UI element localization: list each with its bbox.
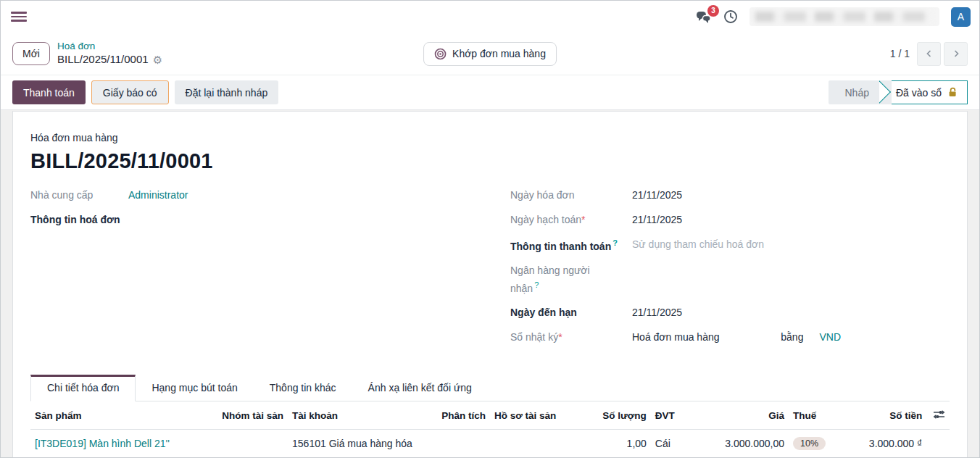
cell-asset-group[interactable] bbox=[209, 430, 288, 457]
activities-button[interactable] bbox=[723, 9, 738, 24]
journal-value[interactable]: Hoá đơn mua hàng bbox=[632, 331, 781, 343]
app-window: 3 A Mới Hoá đơn BILL/2025/11/0001 ⚙ bbox=[0, 0, 980, 458]
invoice-form-sheet: Hóa đơn mua hàng BILL/2025/11/0001 Nhà c… bbox=[12, 111, 968, 457]
field-invoice-date: Ngày hóa đơn 21/11/2025 bbox=[510, 189, 950, 204]
document-title: BILL/2025/11/0001 bbox=[30, 149, 950, 173]
field-accounting-date: Ngày hạch toán* 21/11/2025 bbox=[510, 214, 950, 228]
new-record-button[interactable]: Mới bbox=[12, 42, 50, 65]
field-journal: Sổ nhật ký* Hoá đơn mua hàng bằng VND bbox=[510, 331, 950, 346]
top-navbar: 3 A bbox=[1, 1, 979, 33]
pager-next-button[interactable] bbox=[944, 42, 968, 66]
chevron-left-icon bbox=[924, 49, 934, 59]
form-statusbar: Thanh toán Giấy báo có Đặt lại thành nhá… bbox=[1, 75, 979, 110]
pay-button[interactable]: Thanh toán bbox=[12, 80, 86, 104]
cell-quantity[interactable]: 1,00 bbox=[586, 430, 651, 457]
col-product[interactable]: Sản phẩm bbox=[30, 401, 209, 430]
cell-analytic[interactable] bbox=[425, 430, 490, 457]
lock-open-icon bbox=[947, 87, 958, 98]
due-date-label: Ngày đến hạn bbox=[510, 307, 632, 321]
state-arrow-divider bbox=[879, 80, 892, 104]
accounting-date-label: Ngày hạch toán* bbox=[510, 214, 632, 228]
invoice-line-row[interactable]: [IT3DE019] Màn hình Dell 21'' 156101 Giá… bbox=[30, 430, 950, 457]
cell-uom[interactable]: Cái bbox=[651, 430, 702, 457]
journal-in-word: bằng bbox=[781, 331, 803, 343]
tab-invoice-lines[interactable]: Chi tiết hóa đơn bbox=[30, 375, 136, 401]
field-vendor: Nhà cung cấp Administrator bbox=[30, 189, 468, 204]
bill-info-label: Thông tin hoá đơn bbox=[30, 214, 128, 228]
required-asterisk: * bbox=[581, 214, 585, 225]
control-panel: Mới Hoá đơn BILL/2025/11/0001 ⚙ Khớp đơn… bbox=[1, 33, 979, 75]
invoice-date-label: Ngày hóa đơn bbox=[510, 189, 632, 204]
field-grid: Nhà cung cấp Administrator Thông tin hoá… bbox=[30, 189, 950, 356]
cell-tax[interactable]: 10% bbox=[789, 430, 848, 457]
gear-actions-icon[interactable]: ⚙ bbox=[153, 54, 162, 65]
cell-product-link[interactable]: [IT3DE019] Màn hình Dell 21'' bbox=[30, 430, 209, 457]
col-tax[interactable]: Thuế bbox=[789, 401, 848, 430]
state-draft[interactable]: Nháp bbox=[829, 80, 879, 104]
breadcrumb: Hoá đơn BILL/2025/11/0001 ⚙ bbox=[57, 41, 162, 67]
user-avatar[interactable]: A bbox=[951, 7, 971, 27]
col-asset-group[interactable]: Nhóm tài sản bbox=[209, 401, 288, 430]
hamburger-menu-icon[interactable] bbox=[11, 12, 27, 22]
pager-count: 1 / 1 bbox=[890, 48, 910, 59]
messages-count-badge: 3 bbox=[707, 5, 719, 17]
pager-previous-button[interactable] bbox=[917, 42, 941, 66]
payment-reference-input[interactable]: Sử dụng tham chiếu hoá đơn bbox=[632, 238, 764, 253]
tab-other-info[interactable]: Thông tin khác bbox=[254, 375, 352, 401]
col-asset-profile[interactable]: Hồ sơ tài sản bbox=[490, 401, 586, 430]
reset-to-draft-button[interactable]: Đặt lại thành nháp bbox=[175, 80, 279, 104]
field-recipient-bank: Ngân hàng người nhận? bbox=[510, 263, 950, 296]
bullseye-icon bbox=[434, 48, 447, 60]
recipient-bank-label: Ngân hàng người nhận? bbox=[510, 263, 619, 296]
chevron-right-icon bbox=[951, 49, 961, 59]
match-purchase-order-button[interactable]: Khớp đơn mua hàng bbox=[423, 42, 557, 66]
required-asterisk: * bbox=[558, 331, 562, 343]
col-uom[interactable]: ĐVT bbox=[651, 401, 702, 430]
col-quantity[interactable]: Số lượng bbox=[586, 401, 651, 430]
table-header-row: Sản phẩm Nhóm tài sản Tài khoản Phân tíc… bbox=[30, 401, 950, 430]
payment-reference-label: Thông tin thanh toán? bbox=[510, 238, 632, 253]
due-date-value[interactable]: 21/11/2025 bbox=[632, 307, 682, 321]
breadcrumb-parent-link[interactable]: Hoá đơn bbox=[57, 41, 162, 53]
document-type-label: Hóa đơn mua hàng bbox=[30, 132, 950, 143]
vendor-label: Nhà cung cấp bbox=[30, 189, 128, 204]
messages-button[interactable]: 3 bbox=[696, 10, 712, 24]
optional-columns-button[interactable] bbox=[926, 401, 950, 430]
credit-note-button[interactable]: Giấy báo có bbox=[91, 80, 169, 104]
cell-account[interactable]: 156101 Giá mua hàng hóa bbox=[288, 430, 425, 457]
journal-currency-link[interactable]: VND bbox=[819, 331, 841, 343]
notebook-tabs: Chi tiết hóa đơn Hạng mục bút toán Thông… bbox=[30, 375, 950, 401]
accounting-date-value[interactable]: 21/11/2025 bbox=[632, 214, 682, 228]
col-analytic[interactable]: Phân tích bbox=[425, 401, 490, 430]
invoice-date-value[interactable]: 21/11/2025 bbox=[632, 189, 682, 204]
state-widget: Nháp Đã vào sổ bbox=[829, 80, 968, 104]
tab-journal-items[interactable]: Hạng mục bút toán bbox=[136, 375, 253, 401]
state-posted[interactable]: Đã vào sổ bbox=[892, 80, 968, 104]
help-question-icon[interactable]: ? bbox=[534, 280, 539, 289]
cell-amount[interactable]: 3.000.000 ₫ bbox=[848, 430, 926, 457]
field-bill-info: Thông tin hoá đơn bbox=[30, 214, 468, 228]
tab-counterpart-mapping[interactable]: Ánh xạ liên kết đối ứng bbox=[352, 375, 488, 401]
cell-price[interactable]: 3.000.000,00 bbox=[702, 430, 789, 457]
invoice-lines-table: Sản phẩm Nhóm tài sản Tài khoản Phân tíc… bbox=[30, 401, 950, 457]
content-area: Hóa đơn mua hàng BILL/2025/11/0001 Nhà c… bbox=[1, 110, 979, 457]
sliders-icon bbox=[933, 409, 945, 420]
col-price[interactable]: Giá bbox=[702, 401, 789, 430]
cell-asset-profile[interactable] bbox=[490, 430, 586, 457]
col-account[interactable]: Tài khoản bbox=[288, 401, 425, 430]
vendor-value-link[interactable]: Administrator bbox=[128, 189, 188, 204]
clock-activity-icon bbox=[723, 9, 738, 24]
col-amount[interactable]: Số tiền bbox=[848, 401, 926, 430]
field-payment-reference: Thông tin thanh toán? Sử dụng tham chiếu… bbox=[510, 238, 950, 253]
help-question-icon[interactable]: ? bbox=[612, 238, 618, 247]
field-due-date: Ngày đến hạn 21/11/2025 bbox=[510, 307, 950, 321]
company-name-redacted[interactable] bbox=[749, 7, 939, 26]
breadcrumb-current-title: BILL/2025/11/0001 bbox=[57, 53, 149, 67]
journal-label: Sổ nhật ký* bbox=[510, 331, 632, 346]
tax-badge: 10% bbox=[793, 437, 826, 450]
